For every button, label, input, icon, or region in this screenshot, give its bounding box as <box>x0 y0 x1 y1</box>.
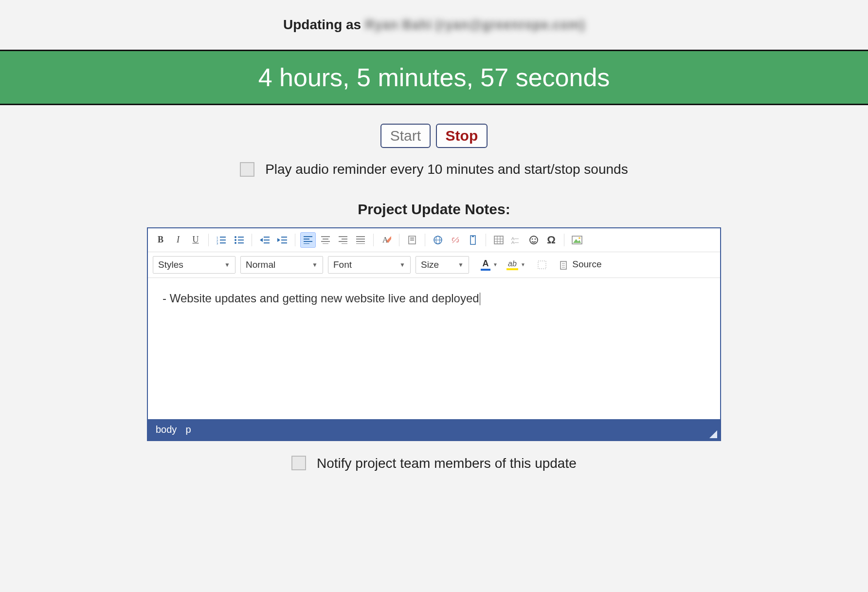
svg-rect-14 <box>264 240 270 240</box>
remove-format-icon[interactable]: A <box>379 232 394 248</box>
show-blocks-icon[interactable] <box>537 260 547 270</box>
chevron-down-icon: ▼ <box>491 262 498 267</box>
outdent-icon[interactable] <box>257 232 272 248</box>
align-center-icon[interactable] <box>318 232 333 248</box>
notify-team-row: Notify project team members of this upda… <box>0 441 868 486</box>
toolbar-separator <box>564 234 564 246</box>
smiley-icon[interactable] <box>526 232 542 248</box>
source-label: Source <box>570 259 601 269</box>
align-left-icon[interactable] <box>300 232 316 248</box>
text-color-button[interactable]: A▼ <box>479 257 500 273</box>
svg-rect-13 <box>264 237 270 238</box>
svg-rect-5 <box>220 242 226 243</box>
editor-resize-handle[interactable] <box>709 430 717 438</box>
svg-rect-33 <box>356 239 365 240</box>
svg-rect-29 <box>342 239 347 240</box>
svg-rect-25 <box>323 239 328 240</box>
template-icon[interactable] <box>404 232 420 248</box>
svg-rect-40 <box>410 240 414 240</box>
text-cursor <box>480 293 480 305</box>
italic-icon[interactable]: I <box>170 232 186 248</box>
svg-marker-16 <box>277 238 280 242</box>
anchor-icon[interactable] <box>465 232 481 248</box>
toolbar-separator <box>208 234 209 246</box>
editor-elements-path: body p <box>148 419 720 440</box>
svg-rect-26 <box>321 241 330 242</box>
table-icon[interactable] <box>491 232 506 248</box>
svg-point-6 <box>235 236 236 238</box>
toolbar-separator <box>486 234 486 246</box>
svg-rect-7 <box>238 237 244 238</box>
updating-as-prefix: Updating as <box>283 17 365 32</box>
format-dropdown[interactable]: Normal ▼ <box>240 256 323 274</box>
svg-rect-17 <box>281 237 287 238</box>
elements-path-p[interactable]: p <box>185 424 191 435</box>
chevron-down-icon: ▼ <box>519 262 525 267</box>
svg-rect-24 <box>321 236 330 237</box>
svg-rect-20 <box>304 236 312 237</box>
rich-text-editor: B I U 123 A <box>147 227 721 441</box>
font-dropdown-label: Font <box>333 259 352 270</box>
chevron-down-icon: ▼ <box>452 261 464 268</box>
svg-point-59 <box>579 237 580 239</box>
svg-point-55 <box>532 238 533 240</box>
background-color-button[interactable]: ab▼ <box>505 257 527 273</box>
svg-point-10 <box>235 242 236 244</box>
svg-point-8 <box>235 239 236 241</box>
svg-rect-21 <box>304 239 309 240</box>
toolbar-separator <box>295 234 295 246</box>
indent-icon[interactable] <box>274 232 290 248</box>
svg-rect-28 <box>339 236 347 237</box>
svg-rect-34 <box>356 241 365 242</box>
svg-rect-60 <box>538 261 546 269</box>
font-dropdown[interactable]: Font ▼ <box>328 256 411 274</box>
chevron-down-icon: ▼ <box>306 261 318 268</box>
size-dropdown[interactable]: Size ▼ <box>416 256 469 274</box>
svg-rect-3 <box>220 240 226 240</box>
elements-path-body[interactable]: body <box>156 424 177 435</box>
notify-team-label: Notify project team members of this upda… <box>317 456 577 471</box>
svg-text:A: A <box>382 236 388 244</box>
editor-toolbar-row-1: B I U 123 A <box>148 228 720 252</box>
source-icon[interactable]: Source <box>557 259 605 270</box>
svg-rect-11 <box>238 242 244 243</box>
toolbar-separator <box>399 234 399 246</box>
svg-rect-19 <box>281 242 287 243</box>
editor-content-area[interactable]: - Website updates and getting new websit… <box>148 278 720 419</box>
image-icon[interactable] <box>569 232 585 248</box>
link-globe-icon[interactable] <box>430 232 446 248</box>
stop-button[interactable]: Stop <box>436 124 488 148</box>
numbered-list-icon[interactable]: 123 <box>214 232 229 248</box>
svg-rect-22 <box>304 241 312 242</box>
special-char-icon[interactable]: Ω <box>543 232 559 248</box>
chevron-down-icon: ▼ <box>394 261 405 268</box>
audio-reminder-checkbox[interactable] <box>240 162 254 177</box>
bold-icon[interactable]: B <box>153 232 168 248</box>
audio-reminder-row: Play audio reminder every 10 minutes and… <box>0 153 868 186</box>
timer-controls: Start Stop <box>0 105 868 153</box>
align-right-icon[interactable] <box>335 232 351 248</box>
horizontal-rule-icon[interactable]: A—A— <box>508 232 524 248</box>
size-dropdown-label: Size <box>421 259 439 270</box>
svg-rect-47 <box>494 236 503 244</box>
svg-rect-35 <box>356 243 365 244</box>
updating-as-header: Updating as Ryan Bahi (ryan@greenrope.co… <box>0 0 868 50</box>
svg-marker-12 <box>260 238 263 242</box>
svg-rect-9 <box>238 240 244 240</box>
svg-rect-39 <box>410 238 414 239</box>
underline-icon[interactable]: U <box>188 232 203 248</box>
timer-bar: 4 hours, 5 minutes, 57 seconds <box>0 50 868 105</box>
svg-marker-58 <box>573 239 581 243</box>
unlink-icon[interactable] <box>448 232 463 248</box>
svg-rect-1 <box>220 237 226 238</box>
chevron-down-icon: ▼ <box>218 261 230 268</box>
align-justify-icon[interactable] <box>353 232 368 248</box>
timer-display: 4 hours, 5 minutes, 57 seconds <box>258 63 610 92</box>
svg-text:A—: A— <box>511 240 519 244</box>
styles-dropdown[interactable]: Styles ▼ <box>153 256 235 274</box>
svg-point-54 <box>530 236 538 244</box>
notify-team-checkbox[interactable] <box>291 456 306 470</box>
bullet-list-icon[interactable] <box>231 232 247 248</box>
start-button[interactable]: Start <box>380 124 431 148</box>
toolbar-separator <box>252 234 252 246</box>
